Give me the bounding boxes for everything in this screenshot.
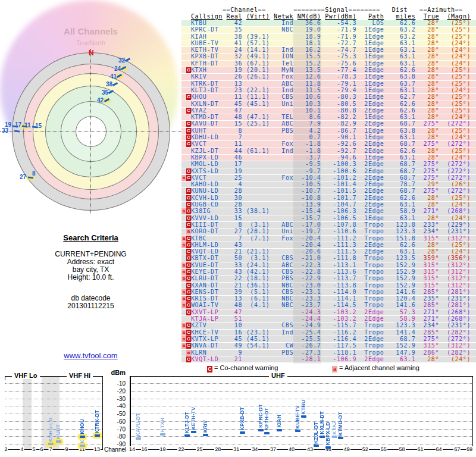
table-row: aKORO-DT 27 (28.1) Uni -19.7 -110.6 Trop… (181, 228, 476, 234)
uhf-channel-tick: 25 (196, 446, 203, 452)
co-channel-marker-icon: C (186, 283, 191, 289)
adjacent-channel-marker-icon: a (181, 236, 186, 242)
uhf-gridline (130, 429, 473, 430)
co-channel-marker-icon: C (186, 296, 191, 302)
azimuth-values: 275° (272°) (415, 121, 471, 127)
azimuth-values: 271° (268°) (415, 309, 471, 315)
vhf-gridline (5, 444, 102, 445)
dbm-axis-label: dBm (105, 369, 126, 376)
station-row-data: KXVT-LP 47 -24.3 -103.2 2Edge 57.3 (191, 309, 415, 315)
warning-marker-cell: aC (181, 175, 191, 181)
table-row: CKIII-DT 8 (3.1) ABC -17.0 -107.8 Tropo … (181, 222, 476, 228)
dbm-tick-label: -80 (105, 433, 126, 440)
warning-marker-cell (181, 87, 191, 93)
radar-channel-label: 24 (114, 65, 121, 72)
warning-marker-cell (181, 101, 191, 107)
azimuth-values: 275° (272°) (415, 168, 471, 174)
channel-axis-label: Channel (104, 446, 126, 453)
warning-marker-cell (181, 47, 191, 53)
bar-callsign-label: KTRK-DT (94, 410, 100, 433)
azimuth-values: 28° (24°) (415, 61, 471, 67)
co-channel-marker-icon: C (186, 255, 191, 261)
uhf-gridline (130, 444, 473, 445)
uhf-channel-tick: 14 (129, 446, 136, 452)
table-row: KTJA-LP 51 -24.4 -103.2 2Edge 58.9 271° … (181, 316, 476, 322)
co-channel-marker-icon: C (186, 343, 191, 349)
search-criteria-block: Search Criteria CURRENT+PENDING Address:… (0, 233, 181, 310)
table-row: CKTXH 19 (20.1) MyN 13.5 -77.4 2Edge 62.… (181, 67, 476, 73)
radar-crosshair-vertical (90, 49, 91, 214)
uhf-channel-tick: 31 (233, 446, 240, 452)
bar-callsign-label: KPXB-DT (239, 407, 245, 430)
warning-marker-cell (181, 148, 191, 154)
warning-marker-cell: aC (181, 276, 191, 281)
signal-bar (95, 434, 100, 437)
vhf-channel-tick: 5 (32, 446, 36, 452)
uhf-channel-tick: 19 (159, 446, 167, 452)
bar-callsign-label: KLTJ-DT (184, 412, 190, 433)
vhf-right-border (102, 376, 103, 450)
warning-marker-cell: C (181, 141, 191, 147)
station-row-data: KETH-TV 24 (14.1) Ind 16.2 -74.7 1Edge 6… (191, 47, 415, 53)
co-channel-marker-icon: C (186, 276, 191, 281)
warning-marker-cell: C (181, 222, 191, 228)
warning-marker-cell: C (181, 168, 191, 174)
uhf-left-border (130, 376, 131, 450)
dbm-tick-label: -40 (105, 403, 126, 409)
azimuth-values: 28° (25°) (415, 195, 471, 201)
uhf-channel-tick: 49 (343, 446, 350, 452)
co-channel-marker-icon: C (186, 222, 191, 228)
station-row-data: KVQT-LD 21 (21.1) -20.6 -111.5 2Edge 63.… (191, 249, 415, 255)
station-row-data: KCVH-LD 30 -10.8 -101.7 2Edge 62.6 (191, 195, 415, 201)
signal-bar (191, 431, 196, 433)
station-row-data: KPRC-DT 35 NBC 19.0 -71.9 1Edge 63.2 (191, 27, 415, 33)
azimuth-values: 271° (268°) (415, 208, 471, 214)
table-row: CKCVH-LD 30 -10.8 -101.7 2Edge 62.6 28° … (181, 195, 476, 201)
station-row-data: KTBC 7 (7.1) Fox -20.4 -111.2 Tropo 151.… (191, 236, 415, 242)
station-row-data: KIAH 38 (39.1) 18.9 -71.9 1Edge 63.2 (191, 34, 415, 40)
station-row-data: KORO-DT 27 (28.1) Uni -19.7 -110.6 Tropo… (191, 228, 415, 234)
table-row: KZJL-DT 44 (61.1) Ind -1.8 -92.7 2Edge 6… (181, 148, 476, 154)
vhf-channel-tick: 4 (20, 446, 24, 452)
table-row: aCKHCE-TV 16 (23.1) Ind -25.4 -116.2 Tro… (181, 330, 476, 336)
azimuth-values: 315° (312°) (415, 343, 471, 349)
signal-bar (56, 440, 61, 443)
table-row: CKUGB-CD 28 -13.9 -104.7 2Edge 63.1 28° … (181, 202, 476, 208)
bar-callsign-label: KTMD-DT (337, 412, 343, 436)
dbm-tick-label: -60 (105, 418, 126, 425)
station-row-data: KXLN-DT 45 (45.1) Uni 10.3 -80.5 2Edge 6… (191, 101, 415, 107)
station-row-data: WOAI-TV 48 (4.1) NBC -23.7 -114.5 Tropo … (191, 302, 415, 308)
table-row: KUBE-TV 41 (57.1) 18.1 -72.7 1Edge 63.1 … (181, 40, 476, 46)
station-row-data: KTXH 19 (20.1) MyN 13.5 -77.4 2Edge 62.6 (191, 67, 415, 73)
co-channel-marker-icon: C (186, 208, 191, 214)
warning-marker-cell: aC (181, 302, 191, 308)
azimuth-values: 28° (25°) (415, 128, 471, 134)
vhf-gridline (5, 406, 102, 406)
azimuth-values: 28° (24°) (415, 215, 471, 221)
warning-marker-cell: aC (181, 296, 191, 302)
co-channel-marker-icon: C (186, 309, 191, 315)
table-row: CKVQT-LD 21 -28.1 -106.9 2Edge 63.1 28° … (181, 356, 476, 362)
table-header-groups: ==Channel== ========Signal======== Dist … (191, 7, 471, 13)
table-row: KIAH 38 (39.1) 18.9 -71.9 1Edge 63.2 28°… (181, 34, 476, 40)
vhf-gridline (5, 391, 102, 392)
adjacent-channel-marker-icon: a (181, 208, 186, 214)
co-channel-marker-icon: C (186, 249, 191, 255)
azimuth-values: 28° (25°) (415, 81, 471, 87)
warning-marker-cell: aC (181, 343, 191, 349)
uhf-channel-tick: 58 (399, 446, 406, 452)
radar-channel-label: 41 (110, 73, 117, 80)
signal-bar (320, 436, 325, 438)
vhf-gridline (5, 383, 102, 384)
azimuth-values: 271° (268°) (415, 316, 471, 322)
table-row: KXLN-DT 45 (45.1) Uni 10.3 -80.5 2Edge 6… (181, 101, 476, 107)
warning-marker-cell (181, 34, 191, 40)
tvfool-link[interactable]: www.tvfool.com (64, 351, 117, 360)
uhf-channel-tick: 64 (435, 446, 442, 452)
azimuth-values: 28° (25°) (415, 101, 471, 107)
vhf-channel-tick: 9 (64, 446, 68, 452)
azimuth-values: 315° (312°) (415, 262, 471, 268)
uhf-channel-tick: 37 (270, 446, 277, 452)
station-row-data: KBPX-LD 46 -3.7 -94.6 1Edge 63.1 (191, 155, 415, 161)
station-row-data: KRIV 26 (26.1) Fox 12.6 -78.3 1Edge 63.8 (191, 74, 415, 80)
